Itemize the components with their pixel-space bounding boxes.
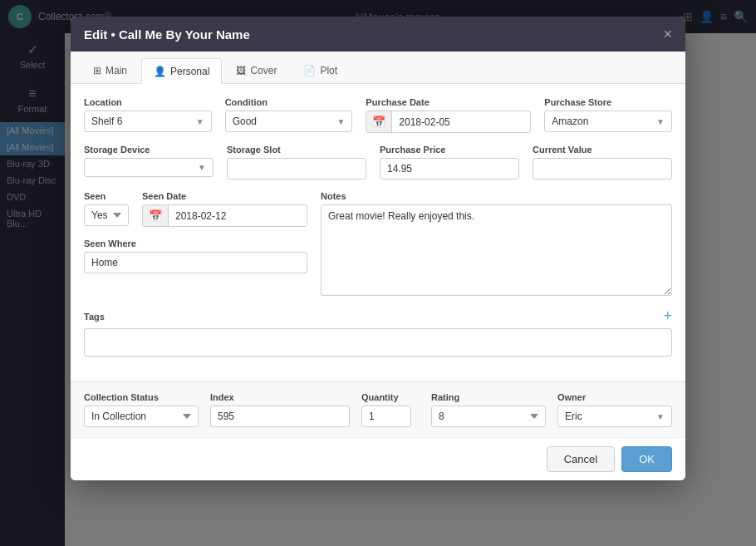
seen-date-calendar-icon: 📅 — [143, 205, 169, 226]
index-input[interactable] — [210, 406, 350, 427]
modal-bottom: Collection Status In Collection Not In C… — [71, 381, 685, 437]
edit-movie-modal: Edit • Call Me By Your Name × ⊞ Main 👤 P… — [71, 17, 685, 480]
seen-where-label: Seen Where — [84, 239, 307, 248]
seen-group: Seen Yes No — [84, 191, 129, 227]
condition-label: Condition — [225, 97, 353, 107]
rating-select[interactable]: 1234 5678 910 — [431, 406, 546, 427]
location-value: Shelf 6 — [91, 116, 122, 127]
tab-plot-label: Plot — [320, 65, 337, 76]
location-select[interactable]: Shelf 6 ▼ — [84, 111, 212, 132]
storage-device-label: Storage Device — [84, 145, 214, 155]
purchase-store-value: Amazon — [552, 116, 588, 127]
purchase-price-label: Purchase Price — [380, 145, 519, 155]
bottom-row: Collection Status In Collection Not In C… — [84, 392, 672, 427]
tab-cover-label: Cover — [250, 65, 277, 76]
tab-personal-icon: 👤 — [154, 66, 166, 77]
purchase-store-label: Purchase Store — [544, 97, 672, 107]
condition-value: Good — [233, 116, 257, 127]
current-value-input[interactable] — [533, 158, 672, 180]
cancel-button[interactable]: Cancel — [547, 446, 615, 472]
purchase-price-input[interactable] — [380, 158, 519, 180]
modal-body: Location Shelf 6 ▼ Condition Good ▼ — [71, 84, 685, 381]
current-value-group: Current Value — [533, 145, 672, 180]
storage-slot-input[interactable] — [227, 158, 366, 180]
form-row-2: Storage Device ▼ Storage Slot Purchase P… — [84, 145, 672, 180]
modal-backdrop: Edit • Call Me By Your Name × ⊞ Main 👤 P… — [0, 0, 756, 546]
tags-add-button[interactable]: + — [663, 307, 672, 325]
tags-label: Tags — [84, 312, 105, 322]
condition-group: Condition Good ▼ — [225, 97, 353, 133]
ok-button[interactable]: OK — [621, 446, 672, 472]
tab-main-icon: ⊞ — [93, 65, 101, 76]
tab-plot-icon: 📄 — [303, 65, 316, 76]
quantity-label: Quantity — [361, 392, 420, 402]
location-label: Location — [84, 97, 212, 107]
owner-group: Owner Eric ▼ — [557, 392, 672, 427]
seen-date-wrap: 📅 — [142, 204, 307, 227]
storage-device-select[interactable]: ▼ — [84, 158, 214, 177]
quantity-group: Quantity — [361, 392, 420, 427]
seen-date-label: Seen Date — [142, 191, 307, 201]
tags-input[interactable] — [84, 328, 672, 357]
seen-select[interactable]: Yes No — [84, 204, 129, 226]
modal-tabs: ⊞ Main 👤 Personal 🖼 Cover 📄 Plot — [71, 52, 685, 84]
app-background: C Collectorz.com® AlMouse's movies ⊞ 👤 ≡… — [0, 0, 756, 546]
purchase-date-wrap: 📅 — [366, 111, 531, 133]
notes-textarea[interactable]: Great movie! Really enjoyed this. — [321, 204, 672, 296]
tab-personal-label: Personal — [170, 66, 209, 77]
seen-row: Seen Yes No Seen Date 📅 — [84, 191, 307, 227]
rating-group: Rating 1234 5678 910 — [431, 392, 546, 427]
tab-personal[interactable]: 👤 Personal — [141, 58, 222, 84]
current-value-label: Current Value — [533, 145, 672, 155]
seen-label: Seen — [84, 191, 129, 201]
modal-close-button[interactable]: × — [663, 27, 672, 42]
tab-cover-icon: 🖼 — [236, 65, 246, 76]
storage-slot-label: Storage Slot — [227, 145, 366, 155]
purchase-date-input[interactable] — [392, 112, 530, 132]
storage-slot-group: Storage Slot — [227, 145, 366, 180]
location-arrow-icon: ▼ — [196, 117, 204, 126]
purchase-store-group: Purchase Store Amazon ▼ — [544, 97, 672, 133]
seen-date-input[interactable] — [169, 206, 307, 226]
tab-plot[interactable]: 📄 Plot — [291, 58, 350, 83]
condition-select[interactable]: Good ▼ — [225, 111, 353, 132]
owner-label: Owner — [557, 392, 672, 402]
owner-value: Eric — [565, 411, 582, 422]
seen-date-group: Seen Date 📅 — [142, 191, 307, 227]
condition-arrow-icon: ▼ — [336, 117, 345, 126]
owner-arrow-icon: ▼ — [656, 412, 665, 421]
collection-status-label: Collection Status — [84, 392, 199, 402]
tab-main[interactable]: ⊞ Main — [81, 58, 140, 83]
index-label: Index — [210, 392, 350, 402]
modal-title: Edit • Call Me By Your Name — [84, 27, 250, 42]
seen-where-input[interactable] — [84, 252, 307, 273]
storage-device-group: Storage Device ▼ — [84, 145, 214, 180]
modal-footer: Cancel OK — [71, 437, 685, 480]
purchase-store-arrow-icon: ▼ — [656, 117, 665, 126]
location-group: Location Shelf 6 ▼ — [84, 97, 212, 133]
form-row-tags: Tags + — [84, 307, 672, 357]
quantity-input[interactable] — [361, 406, 411, 427]
rating-label: Rating — [431, 392, 546, 402]
form-row-3: Seen Yes No Seen Date 📅 — [84, 191, 672, 296]
tab-cover[interactable]: 🖼 Cover — [223, 58, 289, 83]
tags-group: Tags + — [84, 307, 672, 357]
notes-label: Notes — [321, 191, 672, 201]
tab-main-label: Main — [106, 65, 127, 76]
purchase-date-label: Purchase Date — [366, 97, 531, 107]
owner-select[interactable]: Eric ▼ — [557, 406, 672, 427]
storage-device-arrow-icon: ▼ — [198, 163, 206, 172]
collection-status-select[interactable]: In Collection Not In Collection For Sale… — [84, 406, 199, 427]
notes-group: Notes Great movie! Really enjoyed this. — [321, 191, 672, 296]
index-group: Index — [210, 392, 350, 427]
purchase-store-select[interactable]: Amazon ▼ — [544, 111, 672, 132]
collection-status-group: Collection Status In Collection Not In C… — [84, 392, 199, 427]
form-row-1: Location Shelf 6 ▼ Condition Good ▼ — [84, 97, 672, 133]
modal-header: Edit • Call Me By Your Name × — [71, 17, 685, 52]
seen-where-group: Seen Where — [84, 239, 307, 296]
calendar-icon: 📅 — [366, 111, 392, 132]
purchase-price-group: Purchase Price — [380, 145, 519, 180]
purchase-date-group: Purchase Date 📅 — [366, 97, 531, 133]
